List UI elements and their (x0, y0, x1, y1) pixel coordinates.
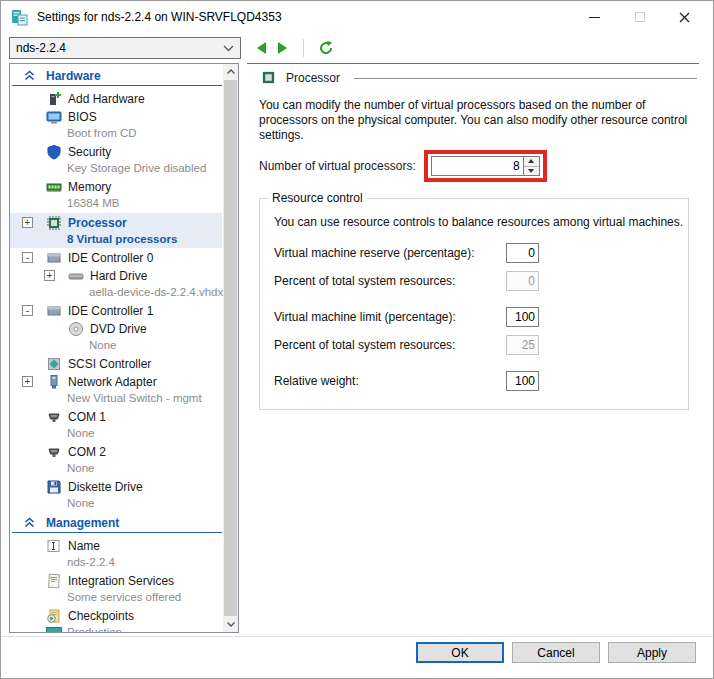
hyperv-settings-icon (11, 8, 29, 26)
panel-description: You can modify the number of virtual pro… (259, 98, 689, 143)
refresh-button[interactable] (318, 40, 334, 56)
resource-description: You can use resource controls to balance… (274, 215, 688, 230)
expander-icon[interactable]: + (22, 376, 33, 387)
expander-icon[interactable]: + (22, 217, 33, 228)
item-subtext: Key Storage Drive disabled (10, 161, 222, 176)
chevron-double-up-icon (24, 70, 35, 81)
sidebar-item-integration-services[interactable]: Integration Services (10, 572, 222, 590)
section-label: Hardware (46, 69, 101, 83)
sidebar-item-dvd-drive[interactable]: DVD Drive (10, 320, 222, 338)
sidebar-item-com2[interactable]: COM 2 (10, 443, 222, 461)
integration-services-icon (46, 573, 62, 589)
relative-weight-row: Relative weight: (274, 371, 688, 391)
percent-resources-input (506, 271, 539, 291)
section-label: Management (46, 516, 119, 530)
add-hardware-icon (46, 91, 62, 107)
sidebar-item-checkpoints[interactable]: Checkpoints (10, 607, 222, 625)
item-label: COM 1 (68, 410, 106, 424)
sidebar-item-processor-selected[interactable]: + Processor 8 Virtual processors (10, 213, 222, 248)
ok-button[interactable]: OK (416, 642, 504, 663)
minimize-icon (589, 17, 600, 18)
network-adapter-icon (46, 374, 62, 390)
checkpoints-icon (46, 608, 62, 624)
expander-icon[interactable]: - (22, 305, 33, 316)
sidebar-item-memory[interactable]: Memory (10, 178, 222, 196)
panel-header: Processor (247, 64, 699, 85)
cancel-button[interactable]: Cancel (512, 642, 600, 663)
scroll-down-button[interactable] (223, 617, 238, 632)
sidebar-item-ide-controller-1[interactable]: - IDE Controller 1 (10, 302, 222, 320)
vm-selector-dropdown[interactable]: nds-2.2.4 (9, 37, 241, 59)
hardware-tree: Hardware Add Hardware BIOS B (10, 66, 222, 633)
item-label: Checkpoints (68, 609, 134, 623)
scrollbar-thumb[interactable] (224, 80, 237, 616)
sidebar-item-bios[interactable]: BIOS (10, 108, 222, 126)
spin-down-icon (528, 169, 534, 173)
item-subtext: 8 Virtual processors (10, 232, 222, 247)
sidebar-item-scsi-controller[interactable]: SCSI Controller (10, 355, 222, 373)
toolbar: nds-2.2.4 (1, 33, 713, 63)
item-subtext: Production (10, 625, 222, 633)
sidebar-item-add-hardware[interactable]: Add Hardware (10, 90, 222, 108)
percent-resources-input-2 (506, 335, 539, 355)
dvd-drive-icon (68, 321, 84, 337)
item-label: Diskette Drive (68, 480, 143, 494)
item-subtext: None (10, 338, 222, 353)
item-subtext: nds-2.2.4 (10, 555, 222, 570)
sidebar-item-diskette-drive[interactable]: Diskette Drive (10, 478, 222, 496)
scroll-up-button[interactable] (223, 64, 238, 79)
vm-limit-row: Virtual machine limit (percentage): (274, 307, 688, 327)
close-button[interactable] (662, 1, 707, 33)
close-icon (679, 12, 690, 23)
bios-icon (46, 109, 62, 125)
resource-control-group: Resource control You can use resource co… (259, 198, 689, 410)
virtual-processors-label: Number of virtual processors: (259, 159, 416, 173)
footer-buttons: OK Cancel Apply (416, 642, 696, 663)
expander-icon[interactable]: - (22, 252, 33, 263)
sidebar-scrollbar[interactable] (223, 64, 238, 632)
maximize-icon (635, 12, 645, 22)
group-legend: Resource control (268, 191, 367, 205)
percent-resources-row-2: Percent of total system resources: (274, 335, 688, 355)
apply-button[interactable]: Apply (608, 642, 696, 663)
vm-reserve-row: Virtual machine reserve (percentage): (274, 243, 688, 263)
percent-resources-row: Percent of total system resources: (274, 271, 688, 291)
item-label: Integration Services (68, 574, 174, 588)
navigate-back-button[interactable] (255, 41, 268, 55)
sidebar-item-hard-drive[interactable]: + Hard Drive (10, 267, 222, 285)
spin-down-button[interactable] (524, 166, 539, 176)
vm-limit-input[interactable] (506, 307, 539, 327)
item-label: SCSI Controller (68, 357, 151, 371)
sidebar-item-com1[interactable]: COM 1 (10, 408, 222, 426)
ide-controller-icon (46, 303, 62, 319)
minimize-button[interactable] (572, 1, 617, 33)
field-label: Percent of total system resources: (274, 274, 506, 288)
sidebar-item-name[interactable]: Name (10, 537, 222, 555)
hardware-tree-panel: Hardware Add Hardware BIOS B (9, 63, 239, 633)
vm-reserve-input[interactable] (506, 243, 539, 263)
sidebar-item-security[interactable]: Security (10, 143, 222, 161)
chevron-double-up-icon (24, 517, 35, 528)
header-rule (354, 78, 697, 79)
expander-icon[interactable]: + (44, 270, 55, 281)
title-bar: Settings for nds-2.2.4 on WIN-SRVFLQD435… (1, 1, 713, 33)
virtual-processors-input[interactable] (432, 157, 523, 175)
sidebar-item-ide-controller-0[interactable]: - IDE Controller 0 (10, 249, 222, 267)
item-label: Add Hardware (68, 92, 145, 106)
shield-icon (46, 144, 62, 160)
sidebar-header-management[interactable]: Management (12, 513, 222, 533)
item-label: Name (68, 539, 100, 553)
panel-title: Processor (286, 71, 340, 85)
annotation-red-rectangle (424, 150, 547, 182)
sidebar-item-network-adapter[interactable]: + Network Adapter (10, 373, 222, 391)
name-icon (46, 538, 62, 554)
processor-icon (46, 215, 62, 231)
spin-up-button[interactable] (524, 157, 539, 166)
scsi-controller-icon (46, 356, 62, 372)
sidebar-header-hardware[interactable]: Hardware (12, 66, 222, 86)
spin-up-icon (528, 159, 534, 163)
scroll-down-icon (227, 622, 235, 627)
com-port-icon (46, 409, 62, 425)
relative-weight-input[interactable] (506, 371, 539, 391)
navigate-forward-button[interactable] (276, 41, 289, 55)
